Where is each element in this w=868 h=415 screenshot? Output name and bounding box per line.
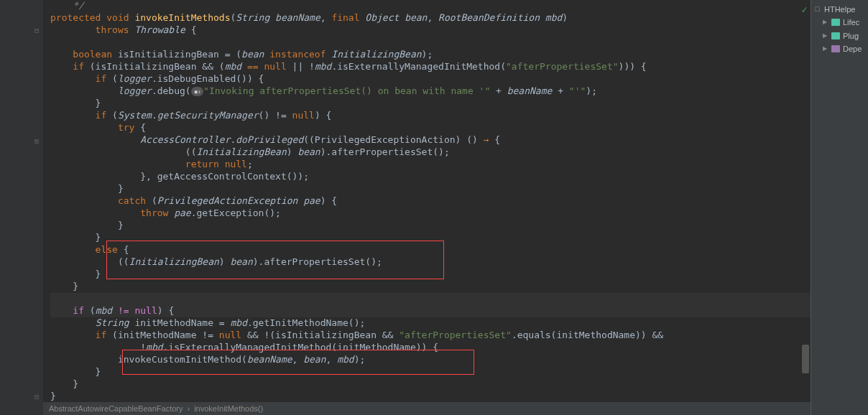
sidebar-header-label: HTHelpe [824, 4, 855, 14]
breadcrumb: AbstractAutowireCapableBeanFactory › inv… [43, 402, 811, 415]
inspection-ok-icon[interactable]: ✓ [802, 3, 808, 16]
folder-icon [831, 45, 840, 52]
comment: */ [50, 0, 84, 11]
chevron-right-icon: ▶ [823, 32, 828, 39]
sidebar-item-plugins[interactable]: ▶ Plug [813, 29, 867, 42]
folder-icon [831, 32, 840, 39]
chevron-right-icon: ▶ [823, 19, 828, 26]
breadcrumb-separator-icon: › [187, 404, 190, 414]
breadcrumb-class[interactable]: AbstractAutowireCapableBeanFactory [49, 404, 183, 414]
debug-badge-icon: ●› [191, 87, 203, 96]
sidebar-item-label: Plug [843, 31, 859, 41]
breadcrumb-method[interactable]: invokeInitMethods() [194, 404, 263, 414]
scrollbar-thumb[interactable] [802, 345, 809, 373]
chevron-right-icon: ▶ [823, 45, 828, 52]
code-editor[interactable]: */ protected void invokeInitMethods(Stri… [43, 0, 811, 415]
sidebar-item-lifecycle[interactable]: ▶ Lifec [813, 16, 867, 29]
sidebar-header[interactable]: ▢ HTHelpe [813, 3, 867, 16]
folder-icon [831, 19, 840, 26]
fold-marker-icon[interactable]: ⊟ [34, 392, 39, 401]
project-sidebar: ▢ HTHelpe ▶ Lifec ▶ Plug ▶ Depe [811, 0, 868, 415]
fold-marker-icon[interactable]: ⊟ [34, 26, 39, 35]
sidebar-item-label: Depe [843, 44, 862, 54]
fold-marker-icon[interactable]: ⊞ [34, 136, 39, 146]
box-icon: ▢ [814, 5, 821, 14]
sidebar-item-dependencies[interactable]: ▶ Depe [813, 42, 867, 55]
editor-gutter: ⊟ ⊞ ⊟ [0, 0, 43, 415]
sidebar-item-label: Lifec [843, 17, 859, 27]
method-declaration: invokeInitMethods [134, 12, 230, 23]
